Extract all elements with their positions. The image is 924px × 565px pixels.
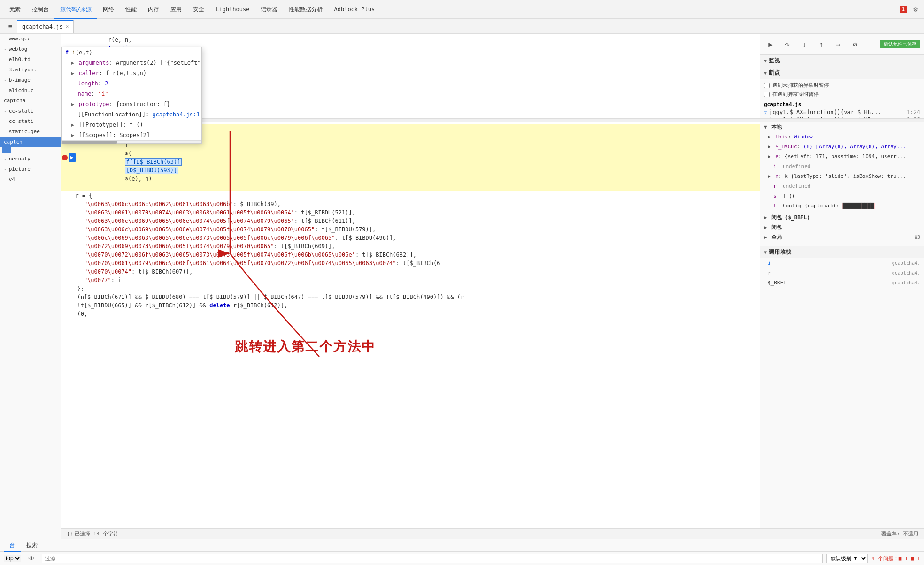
source-item-6[interactable]: captcha: [0, 96, 61, 106]
pause-resume-btn[interactable]: ▶: [764, 38, 777, 51]
scope-local-header[interactable]: ▼ 本地: [760, 122, 924, 132]
callstack-header[interactable]: ▼ 调用堆栈: [760, 246, 924, 258]
close-tab-icon[interactable]: ×: [66, 23, 69, 30]
script-item-0[interactable]: ☑ jgqy1.$_AX=function(){var $_HB... 1:24: [764, 108, 920, 116]
call-item-0[interactable]: i gcaptcha4.: [760, 258, 924, 268]
tooltip-row-0[interactable]: ▶ arguments: Arguments(2) ['{"setLeft":1…: [62, 58, 201, 68]
scope-hachc[interactable]: ▶ $_HACHc: (8) [Array(8), Array(8), Arra…: [760, 142, 924, 152]
source-item-3[interactable]: -3.aliyun.: [0, 65, 61, 75]
main-content: -www.qcc -weblog -e1h0.td -3.aliyun. -b-…: [0, 34, 924, 539]
callstack-section: ▼ 调用堆栈 i gcaptcha4. r gcaptcha4. $_BBF: [760, 246, 924, 288]
tooltip-popup: f i(e,t) ▶ arguments: Arguments(2) ['{"s…: [61, 47, 202, 144]
lower-code-area: ▶ [D$_BIBDU(63)] ] ⊛( f[[D$_BIBCh(63)] […: [61, 122, 924, 528]
tab-lighthouse[interactable]: Lighthouse: [210, 0, 255, 19]
source-item-0[interactable]: -www.qcc: [0, 34, 61, 44]
code-line-13: !t[$_BIBDU(665)] && r[$_BIBCh(612)] && d…: [61, 301, 760, 310]
scope-n[interactable]: ▶ n: k {lastType: 'slide', isBoxShow: tr…: [760, 171, 924, 181]
code-line-7: "\u0070\u0072\u006f\u0063\u0065\u0073\u0…: [61, 251, 760, 259]
source-item-9[interactable]: -static.gee: [0, 127, 61, 137]
tab-recorder[interactable]: 记录器: [255, 0, 283, 19]
call-item-2[interactable]: $_BBFL gcaptcha4.: [760, 278, 924, 288]
tab-sources[interactable]: 源代码/来源: [54, 0, 97, 19]
code-line-0: r = {: [61, 191, 760, 200]
scope-global[interactable]: ▶ 全局 W3: [760, 232, 924, 242]
source-item-active[interactable]: captch: [0, 137, 61, 147]
code-line-3: "\u0063\u006c\u0069\u0065\u006e\u0074\u0…: [61, 217, 760, 225]
eye-icon[interactable]: 👁: [25, 552, 38, 565]
tab-application[interactable]: 应用: [165, 0, 187, 19]
hamburger-button[interactable]: ≡: [4, 20, 17, 33]
code-highlight-1[interactable]: f[[D$_BIBCh(63)]: [125, 158, 182, 166]
source-item-2[interactable]: -e1h0.td: [0, 54, 61, 65]
source-item-13[interactable]: -v4: [0, 175, 61, 185]
red-dot-badge: 1: [900, 6, 907, 13]
tab-adblock[interactable]: Adblock Plus: [328, 0, 380, 19]
source-item-12[interactable]: -picture: [0, 164, 61, 175]
tooltip-row-7[interactable]: ▶ [[Scopes]]: Scopes[2]: [62, 130, 201, 140]
current-line-marker: ▶: [69, 153, 76, 162]
code-highlight-2[interactable]: [D$_BIBDU(593)]: [125, 167, 178, 174]
breakpoints-section: ▼ 断点 遇到未捕获的异常时暂停 在遇到异常等时暂停: [760, 67, 924, 118]
file-tab-gcaptcha[interactable]: gcaptcha4.js ×: [17, 20, 74, 33]
breakpoints-header[interactable]: ▼ 断点: [760, 67, 924, 79]
code-editor-area[interactable]: f i(e,t) ▶ arguments: Arguments(2) ['{"s…: [61, 34, 924, 539]
step-out-btn[interactable]: ↑: [815, 38, 828, 51]
console-tab-console[interactable]: 台: [4, 539, 21, 552]
tab-console[interactable]: 控制台: [26, 0, 54, 19]
scope-s: s: f (): [760, 191, 924, 201]
tooltip-row-1[interactable]: ▶ caller: f r(e,t,s,n): [62, 68, 201, 78]
console-filter-input[interactable]: [42, 554, 823, 563]
breakpoint-dot[interactable]: [62, 155, 68, 160]
tooltip-row-6[interactable]: ▶ [[Prototype]]: f (): [62, 120, 201, 130]
deactivate-btn[interactable]: ⊘: [848, 38, 862, 51]
tooltip-row-2: length: 2: [62, 78, 201, 89]
source-item-11[interactable]: -nerualy: [0, 154, 61, 164]
scope-closure[interactable]: ▶ 闭包: [760, 222, 924, 232]
tab-performance-insights[interactable]: 性能数据分析: [283, 0, 328, 19]
log-level-select[interactable]: 默认级别 ▼: [826, 554, 868, 563]
scope-e[interactable]: ▶ e: {setLeft: 171, passtime: 1094, user…: [760, 152, 924, 161]
monitor-header[interactable]: ▼ 监视: [760, 55, 924, 67]
code-line-upper-0: r(e, n,: [87, 36, 760, 44]
step-over-btn[interactable]: ↷: [781, 38, 794, 51]
call-item-1[interactable]: r gcaptcha4.: [760, 268, 924, 278]
tooltip-row-3: name: "i": [62, 89, 201, 99]
scope-this[interactable]: ▶ this: Window: [760, 132, 924, 142]
source-item-4[interactable]: -b-image: [0, 75, 61, 85]
breakpoint-option-1[interactable]: 在遇到异常等时暂停: [764, 90, 920, 99]
console-bar: top 👁 默认级别 ▼ 4 个问题：■ 1 ■ 1: [0, 552, 924, 565]
breakpoint-checkbox-0[interactable]: [764, 83, 770, 88]
tab-performance[interactable]: 性能: [120, 0, 142, 19]
source-item-8[interactable]: -cc-stati: [0, 116, 61, 127]
top-context-select[interactable]: top: [4, 555, 21, 562]
breakpoints-label: 断点: [769, 69, 780, 77]
code-line-10: "\u0077": i: [61, 276, 760, 284]
scope-r: r: undefined: [760, 181, 924, 191]
lower-code-left[interactable]: ▶ [D$_BIBDU(63)] ] ⊛( f[[D$_BIBCh(63)] […: [61, 122, 760, 528]
source-item-5[interactable]: -alicdn.c: [0, 85, 61, 96]
tab-memory[interactable]: 内存: [142, 0, 165, 19]
tooltip-row-4[interactable]: ▶ prototype: {constructor: f}: [62, 99, 201, 109]
tooltip-scrollbar[interactable]: [62, 140, 201, 143]
source-item-1[interactable]: -weblog: [0, 44, 61, 54]
file-tabs-bar: ≡ gcaptcha4.js ×: [0, 19, 924, 34]
settings-icon[interactable]: ⚙: [911, 5, 920, 14]
breakpoint-option-0[interactable]: 遇到未捕获的异常时暂停: [764, 81, 920, 90]
scope-closure-bbfl[interactable]: ▶ 闭包 ($_BBFL): [760, 213, 924, 222]
step-into-btn[interactable]: ↓: [798, 38, 811, 51]
code-line-2: "\u0063\u0061\u0070\u0074\u0063\u0068\u0…: [61, 208, 760, 217]
breakpoint-zone: [61, 138, 69, 177]
monitor-label: 监视: [769, 57, 780, 65]
step-btn[interactable]: →: [832, 38, 845, 51]
source-item-7[interactable]: -cc-stati: [0, 106, 61, 116]
tab-security[interactable]: 安全: [187, 0, 210, 19]
breakpoint-checkbox-1[interactable]: [764, 92, 770, 97]
tab-network[interactable]: 网络: [97, 0, 120, 19]
tab-elements[interactable]: 元素: [4, 0, 26, 19]
console-tab-search[interactable]: 搜索: [21, 539, 43, 552]
scope-i: i: undefined: [760, 161, 924, 171]
code-line-8: "\u0070\u0061\u0079\u006c\u006f\u0061\u0…: [61, 259, 760, 267]
status-bar: {} 已选择 14 个字符 覆盖率: 不适用: [61, 528, 924, 539]
tooltip-row-5: [[FunctionLocation]]: gcaptcha4.js:1: [62, 109, 201, 120]
code-line-5: "\u006c\u0069\u0063\u0065\u006e\u0073\u0…: [61, 234, 760, 242]
